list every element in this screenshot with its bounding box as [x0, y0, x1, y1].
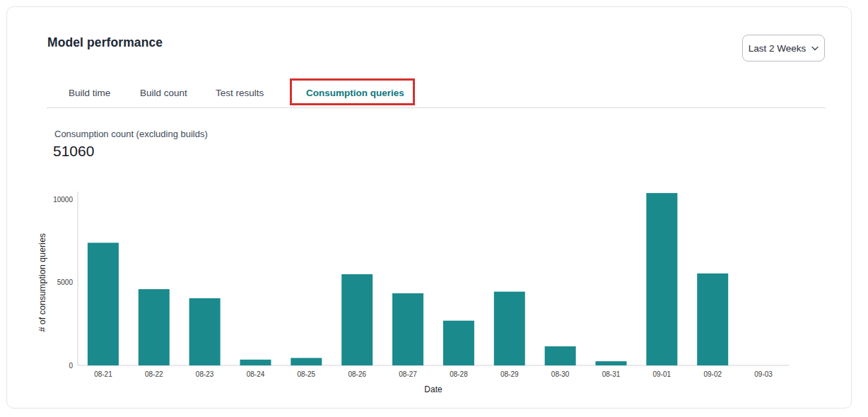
bar-08-26[interactable] — [341, 274, 373, 365]
x-tick-label: 08-28 — [450, 370, 468, 378]
bar-09-01[interactable] — [646, 193, 677, 365]
metric-label: Consumption count (excluding builds) — [54, 129, 208, 139]
y-tick-label: 10000 — [53, 196, 73, 204]
x-tick-label: 08-25 — [298, 370, 316, 378]
y-tick-label: 5000 — [57, 278, 74, 286]
bar-08-24[interactable] — [240, 360, 271, 365]
bar-09-02[interactable] — [697, 274, 728, 365]
x-tick-label: 08-26 — [348, 370, 366, 378]
bar-08-25[interactable] — [291, 358, 322, 365]
x-tick-label: 08-21 — [94, 370, 112, 378]
page-title: Model performance — [47, 35, 163, 50]
x-tick-label: 09-03 — [754, 370, 773, 378]
x-tick-label: 09-02 — [703, 370, 722, 378]
x-axis-title: Date — [424, 384, 442, 394]
chevron-down-icon — [811, 46, 819, 51]
metric-value: 51060 — [53, 143, 94, 160]
bar-08-27[interactable] — [392, 293, 423, 365]
tab-test-results[interactable]: Test results — [216, 88, 264, 98]
tab-build-time[interactable]: Build time — [69, 88, 110, 98]
bar-08-22[interactable] — [139, 289, 170, 365]
bar-08-23[interactable] — [189, 298, 221, 365]
tab-build-count[interactable]: Build count — [140, 88, 187, 98]
model-performance-card: Model performance Last 2 Weeks Build tim… — [6, 6, 852, 409]
y-axis-title: # of consumption queries — [37, 233, 47, 332]
date-range-dropdown[interactable]: Last 2 Weeks — [742, 35, 825, 61]
model-performance-page: Model performance Last 2 Weeks Build tim… — [0, 0, 868, 417]
x-tick-label: 08-30 — [551, 370, 570, 378]
tabs-divider — [47, 107, 826, 108]
x-tick-label: 08-27 — [399, 370, 417, 378]
x-tick-label: 08-23 — [196, 370, 214, 378]
x-tick-label: 08-31 — [602, 370, 621, 378]
y-tick-label: 0 — [69, 362, 73, 370]
consumption-chart-container: 0500010000# of consumption queries08-210… — [35, 186, 834, 401]
bar-08-31[interactable] — [596, 361, 627, 365]
bar-08-21[interactable] — [88, 242, 119, 365]
x-tick-label: 08-22 — [145, 370, 163, 378]
bar-chart: 0500010000# of consumption queries08-210… — [35, 186, 834, 401]
bar-08-29[interactable] — [494, 292, 525, 365]
date-range-value: Last 2 Weeks — [749, 43, 807, 54]
tab-consumption-queries[interactable]: Consumption queries — [306, 88, 404, 98]
bar-08-28[interactable] — [443, 321, 474, 365]
bar-08-30[interactable] — [545, 346, 576, 365]
x-tick-label: 08-24 — [247, 370, 265, 378]
x-tick-label: 09-01 — [653, 370, 671, 378]
x-tick-label: 08-29 — [500, 370, 519, 378]
